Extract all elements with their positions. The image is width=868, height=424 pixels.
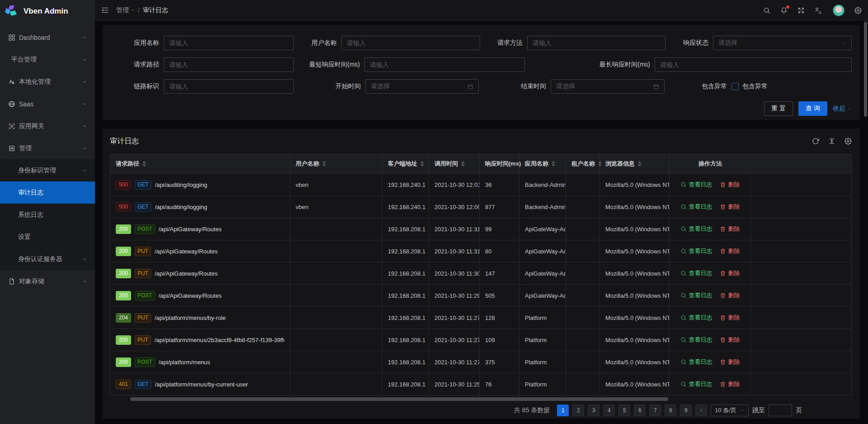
page-button-6[interactable]: 6 [634, 405, 646, 416]
row-height-icon[interactable] [828, 138, 835, 145]
column-header-response-time[interactable]: 响应时间(ms) [480, 154, 519, 173]
table-row[interactable]: 200 PUT /api/ApiGateway/Routes 192.168.2… [110, 262, 851, 284]
trace-id-input[interactable] [164, 79, 294, 94]
page-button-7[interactable]: 7 [649, 405, 661, 416]
end-time-picker[interactable]: 请选择 [551, 79, 665, 94]
sidebar-item-platform[interactable]: 平台管理 [0, 48, 95, 71]
delete-button[interactable]: 删除 [720, 203, 740, 211]
table-row[interactable]: 200 PUT /api/ApiGateway/Routes 192.168.2… [110, 240, 851, 262]
page-button-5[interactable]: 5 [618, 405, 630, 416]
sidebar-item-dashboard[interactable]: Dashboard [0, 26, 95, 48]
view-log-button[interactable]: 查看日志 [680, 181, 712, 189]
table-row[interactable]: 500 GET /api/auditing/logging vben 192.1… [110, 195, 851, 218]
table-row[interactable]: 200 POST /api/platform/menus 192.168.208… [110, 351, 851, 373]
horizontal-scrollbar-thumb[interactable] [130, 397, 668, 401]
delete-button[interactable]: 删除 [720, 291, 740, 300]
translate-icon[interactable]: 文A [815, 6, 823, 14]
page-button-9[interactable]: 9 [680, 405, 692, 416]
sidebar-item-object-storage[interactable]: 对象存储 [0, 270, 95, 292]
column-header-browser-info[interactable]: 浏览器信息 [600, 154, 670, 173]
next-page-button[interactable] [695, 405, 707, 416]
search-button[interactable]: 查 询 [798, 101, 827, 116]
sidebar-item-settings[interactable]: 设置 [0, 226, 95, 248]
fullscreen-icon[interactable] [797, 7, 805, 14]
sort-icon[interactable] [420, 159, 424, 168]
view-log-button[interactable]: 查看日志 [680, 314, 712, 322]
column-header-call-time[interactable]: 调用时间 [429, 154, 480, 173]
sort-icon[interactable] [322, 159, 326, 168]
app-name-input[interactable] [164, 36, 294, 50]
search-icon[interactable] [763, 7, 770, 14]
collapse-link[interactable]: 收起 [833, 105, 852, 113]
breadcrumb-parent[interactable]: 管理 [116, 6, 135, 14]
http-method-input[interactable] [527, 36, 665, 50]
view-log-button[interactable]: 查看日志 [680, 358, 712, 366]
max-response-time-input[interactable] [655, 57, 852, 72]
column-header-tenant-name[interactable]: 租户名称 [566, 154, 600, 173]
view-log-button[interactable]: 查看日志 [680, 203, 712, 211]
view-log-button[interactable]: 查看日志 [680, 291, 712, 300]
sort-icon[interactable] [461, 159, 465, 168]
column-header-request-path[interactable]: 请求路径 [110, 154, 290, 173]
sidebar-item-audit-log[interactable]: 审计日志 [0, 181, 95, 204]
delete-button[interactable]: 删除 [720, 358, 740, 366]
table-row[interactable]: 204 PUT /api/platform/menus/by-role 192.… [110, 306, 851, 329]
sort-icon[interactable] [638, 159, 642, 168]
method-badge: GET [135, 380, 151, 389]
view-log-button[interactable]: 查看日志 [680, 225, 712, 233]
min-response-time-input[interactable] [364, 57, 525, 72]
sidebar-item-gateway[interactable]: 应用网关 [0, 115, 95, 137]
page-button-4[interactable]: 4 [603, 405, 615, 416]
page-button-8[interactable]: 8 [665, 405, 676, 416]
column-header-client-address[interactable]: 客户端地址 [382, 154, 429, 173]
view-log-button[interactable]: 查看日志 [680, 269, 712, 277]
sidebar-item-localization[interactable]: 本地化管理 [0, 71, 95, 93]
page-size-select[interactable]: 10 条/页 [711, 405, 749, 416]
table-row[interactable]: 200 POST /api/ApiGateway/Routes 192.168.… [110, 284, 851, 306]
sidebar-item-system-log[interactable]: 系统日志 [0, 204, 95, 226]
view-log-button[interactable]: 查看日志 [680, 336, 712, 344]
table-row[interactable]: 200 PUT /api/platform/menus/2b3accf8-4fb… [110, 329, 851, 351]
notification-bell-icon[interactable] [780, 7, 788, 14]
page-button-2[interactable]: 2 [572, 405, 584, 416]
request-path-input[interactable] [164, 57, 294, 72]
sort-icon[interactable] [142, 159, 146, 168]
tenant-name-cell [566, 240, 600, 262]
user-name-cell [290, 262, 382, 284]
table-row[interactable]: 401 GET /api/platform/menus/by-current-u… [110, 373, 851, 395]
menu-fold-icon[interactable] [101, 6, 109, 14]
delete-button[interactable]: 删除 [720, 225, 740, 233]
user-name-input[interactable] [341, 36, 480, 50]
vertical-scrollbar-thumb[interactable] [864, 22, 867, 117]
view-log-button[interactable]: 查看日志 [680, 380, 712, 388]
view-log-button[interactable]: 查看日志 [680, 247, 712, 255]
sidebar-item-identity-server[interactable]: 身份认证服务器 [0, 248, 95, 270]
table-row[interactable]: 200 POST /api/ApiGateway/Routes 192.168.… [110, 218, 851, 240]
delete-button[interactable]: 删除 [720, 247, 740, 255]
refresh-icon[interactable] [812, 138, 819, 145]
sidebar-item-identity-management[interactable]: 身份标识管理 [0, 159, 95, 181]
sidebar-item-saas[interactable]: Saas [0, 93, 95, 115]
delete-button[interactable]: 删除 [720, 314, 740, 322]
delete-button[interactable]: 删除 [720, 336, 740, 344]
has-exception-checkbox[interactable] [731, 83, 739, 90]
horizontal-scrollbar[interactable] [110, 397, 852, 401]
delete-button[interactable]: 删除 [720, 181, 740, 189]
column-header-app-name[interactable]: 应用名称 [519, 154, 566, 173]
response-status-select[interactable]: 请选择 [713, 36, 852, 50]
column-header-user-name[interactable]: 用户名称 [290, 154, 382, 173]
page-button-3[interactable]: 3 [588, 405, 599, 416]
jump-page-input[interactable] [769, 405, 792, 416]
delete-button[interactable]: 删除 [720, 269, 740, 277]
column-settings-gear-icon[interactable] [844, 138, 852, 145]
table-row[interactable]: 500 GET /api/auditing/logging vben 192.1… [110, 173, 851, 195]
start-time-picker[interactable]: 请选择 [365, 79, 479, 94]
user-avatar[interactable] [833, 5, 844, 16]
page-button-1[interactable]: 1 [557, 405, 569, 416]
sidebar-item-admin[interactable]: 管理 [0, 137, 95, 159]
settings-gear-icon[interactable] [854, 7, 862, 14]
sort-icon[interactable] [552, 159, 555, 168]
logo[interactable]: Vben Admin [0, 0, 95, 23]
reset-button[interactable]: 重 置 [764, 101, 793, 116]
delete-button[interactable]: 删除 [720, 380, 740, 388]
